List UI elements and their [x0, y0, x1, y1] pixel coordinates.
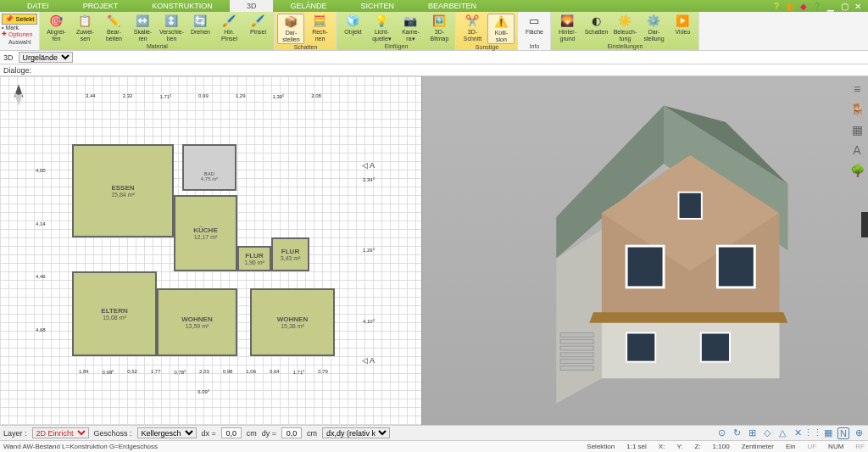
ribbon-btn-kollision[interactable]: ⚠️Kolli-sion — [487, 14, 515, 44]
ribbon-btn-objekt[interactable]: 🧊Objekt — [339, 14, 366, 43]
snap-icon-4[interactable]: ◇ — [761, 427, 773, 439]
ribbon-btn-abgreifen[interactable]: 🎯Abgrei-fen — [42, 14, 70, 43]
side-toolbar: ≡ 🪑 ▦ A 🌳 — [849, 81, 865, 178]
room-wohnen[interactable]: WOHNEN13,59 m² — [157, 288, 237, 356]
ruler-bottom: 1,840,98⁵0,521,770,78⁵2,030,981,060,641,… — [72, 369, 335, 375]
geschoss-select[interactable]: Kellergesch — [137, 427, 197, 438]
tool-icon-3[interactable]: ? — [812, 1, 822, 11]
ribbon-btn-verschieben[interactable]: ↕️Verschie-ben — [158, 14, 185, 43]
ribbon-btn-kamera[interactable]: 📷Kame-ra▾ — [397, 14, 424, 43]
layer-bar: Layer : 2D Einricht Geschoss : Kellerges… — [0, 425, 868, 440]
ribbon-btn-hintergrund[interactable]: 🌄Hinter-grund — [554, 14, 581, 43]
svg-rect-13 — [626, 333, 655, 362]
dialoge-bar: Dialoge: — [0, 64, 868, 76]
section-mark-a: ◁ A — [362, 161, 375, 170]
close-icon[interactable]: ✕ — [853, 1, 863, 11]
ribbon-btn-zuweisen[interactable]: 📋Zuwei-sen — [71, 14, 98, 43]
ribbon-group-einfügen: 🧊Objekt💡Licht-quelle▾📷Kame-ra▾🖼️3D-Bitma… — [337, 12, 456, 50]
menu-tab-bearbeiten[interactable]: BEARBEITEN — [411, 0, 493, 12]
ruler-left: 4,004,144,464,68 — [36, 144, 46, 356]
dx-input[interactable] — [221, 427, 242, 438]
selekt-button[interactable]: 📌 Selekt — [2, 14, 37, 25]
room-eltern[interactable]: ELTERN15,08 m² — [72, 271, 157, 356]
layer-dropdown[interactable]: Urgelände — [19, 52, 73, 63]
ribbon-btn-pinsel[interactable]: 🖌️Pinsel — [244, 14, 271, 43]
room-essen[interactable]: ESSEN15,84 m² — [72, 144, 174, 237]
room-flur[interactable]: FLUR3,43 m² — [271, 237, 309, 271]
menu-tab-konstruktion[interactable]: KONSTRUKTION — [135, 0, 230, 12]
menu-tab-datei[interactable]: DATEI — [10, 0, 66, 12]
ribbon-btn-video[interactable]: ▶️Video — [669, 14, 696, 43]
tool-icon-1[interactable]: ◧ — [785, 1, 795, 11]
snap-tools: ⊙ ↻ ⊞ ◇ △ ✕ ⋮⋮ ▦ N ⊕ — [715, 427, 865, 439]
furniture-icon[interactable]: 🪑 — [849, 102, 865, 117]
snap-icon-9[interactable]: N — [837, 427, 849, 439]
snap-icon-2[interactable]: ↻ — [731, 427, 743, 439]
room-flur[interactable]: FLUR1,90 m² — [237, 246, 271, 271]
ribbon-btn-rechnen[interactable]: 🧮Rech-nen — [306, 14, 333, 44]
snap-icon-10[interactable]: ⊕ — [853, 427, 865, 439]
svg-rect-18 — [560, 353, 593, 357]
mode-label: 3D — [3, 53, 14, 62]
tree-icon[interactable]: 🌳 — [849, 163, 865, 178]
ribbon-icon: ✂️ — [465, 14, 479, 28]
svg-rect-17 — [560, 346, 593, 350]
room-küche[interactable]: KÜCHE12,17 m² — [174, 195, 237, 271]
tool-icon-2[interactable]: ◆ — [798, 1, 809, 11]
snap-icon-3[interactable]: ⊞ — [746, 427, 758, 439]
ribbon-btn-dbitmap[interactable]: 🖼️3D-Bitmap — [426, 14, 453, 43]
alphabet-icon[interactable]: A — [849, 142, 865, 158]
layers-icon[interactable]: ≡ — [849, 81, 865, 97]
ribbon-btn-hinpinsel[interactable]: 🖌️Hin.Pinsel — [215, 14, 242, 43]
snap-icon-8[interactable]: ▦ — [822, 427, 834, 439]
ribbon-icon: 💡 — [375, 14, 388, 28]
svg-rect-20 — [560, 366, 593, 371]
ribbon-btn-bearbeiten[interactable]: ✏️Bear-beiten — [100, 14, 127, 43]
ribbon-btn-darstellung[interactable]: ⚙️Dar-stellung — [640, 14, 667, 43]
pane-3d-view[interactable]: ≡ 🪑 ▦ A 🌳 — [422, 76, 868, 425]
ribbon-btn-darstellen[interactable]: 📦Dar-stellen — [277, 14, 304, 44]
svg-rect-11 — [717, 246, 754, 287]
ribbon-icon: 🧊 — [346, 14, 359, 28]
ribbon-btn-schatten[interactable]: ◐Schatten — [582, 14, 609, 43]
ribbon-icon: 🔄 — [193, 14, 207, 28]
ribbon-btn-drehen[interactable]: 🔄Drehen — [186, 14, 214, 43]
optionen-option[interactable]: ✚ Optionen — [2, 31, 37, 37]
menu-tab-projekt[interactable]: PROJEKT — [66, 0, 136, 12]
status-bar: Wand AW-Bestand L=Konstruktion G=Erdgesc… — [0, 440, 868, 452]
ribbon-icon: 📋 — [78, 14, 92, 28]
snap-icon-1[interactable]: ⊙ — [715, 427, 727, 439]
layer-select[interactable]: 2D Einricht — [32, 427, 89, 438]
ruler-top: 3,442,321,71⁵0,991,291,39⁵2,08 — [72, 93, 335, 99]
minimize-icon[interactable]: ▁ — [826, 1, 836, 11]
ribbon-btn-flche[interactable]: ▭Fläche — [520, 14, 548, 43]
ribbon-btn-skalieren[interactable]: ↔️Skalie-ren — [129, 14, 156, 43]
ribbon-icon: ⚙️ — [647, 14, 660, 28]
ribbon-icon: 🖌️ — [251, 14, 264, 28]
materials-icon[interactable]: ▦ — [849, 122, 865, 137]
snap-icon-6[interactable]: ✕ — [792, 427, 804, 439]
snap-icon-7[interactable]: ⋮⋮ — [807, 427, 819, 439]
pane-2d-floorplan[interactable]: 3,442,321,71⁵0,991,291,39⁵2,08 1,840,98⁵… — [0, 76, 422, 425]
room-wohnen[interactable]: WOHNEN15,38 m² — [250, 288, 335, 356]
ribbon-btn-lichtquelle[interactable]: 💡Licht-quelle▾ — [368, 14, 395, 43]
snap-icon-5[interactable]: △ — [776, 427, 788, 439]
ribbon-icon: 🖌️ — [222, 14, 236, 28]
menu-tab-gelaende[interactable]: GELÄNDE — [273, 0, 343, 12]
ruler-right: 2,34⁵1,29⁵4,10⁵ — [363, 144, 375, 356]
ribbon-btn-beleuchtung[interactable]: ☀️Beleuch-tung — [611, 14, 638, 43]
ribbon-icon: ⚠️ — [494, 15, 508, 29]
coord-mode-select[interactable]: dx,dy (relativ ka — [322, 427, 390, 438]
mark-option[interactable]: • Mark. — [2, 25, 37, 31]
side-handle[interactable] — [861, 212, 868, 237]
ribbon-icon: ▭ — [527, 14, 541, 28]
help-icon[interactable]: ? — [771, 1, 782, 11]
ruler-bottom-total: 6,09⁵ — [72, 388, 335, 394]
menu-tab-sichten[interactable]: SICHTEN — [343, 0, 411, 12]
ribbon-icon: ✏️ — [107, 14, 120, 28]
dy-input[interactable] — [281, 427, 302, 438]
room-bad[interactable]: BAD4,75 m² — [182, 144, 236, 191]
ribbon-btn-dschnitt[interactable]: ✂️3D-Schnitt — [459, 14, 486, 44]
menu-tab-3d[interactable]: 3D — [230, 0, 274, 12]
maximize-icon[interactable]: ▢ — [839, 1, 849, 11]
